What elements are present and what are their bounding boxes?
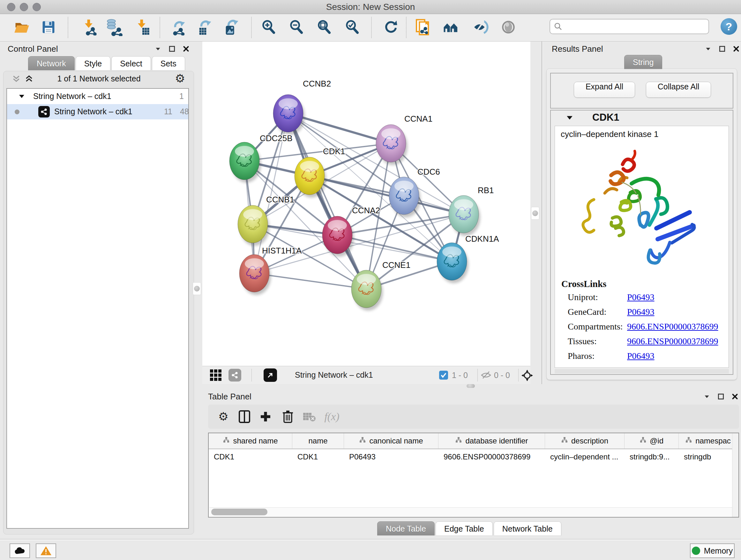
memory-button[interactable]: Memory <box>690 543 735 558</box>
panel-close-icon[interactable] <box>731 393 738 400</box>
edge-HIST1H1A-CCNE1[interactable] <box>254 273 366 289</box>
tab-edge-table[interactable]: Edge Table <box>435 521 493 536</box>
export-table-icon[interactable] <box>195 16 214 39</box>
crosslink-link[interactable]: 9606.ENSP00000378699 <box>627 336 718 347</box>
crosslink-link[interactable]: P06493 <box>627 307 655 317</box>
import-network-icon[interactable] <box>80 16 99 39</box>
tab-network-table[interactable]: Network Table <box>494 521 561 536</box>
crosslink-link[interactable]: P06493 <box>627 351 655 361</box>
network-overview-icon[interactable] <box>441 16 461 39</box>
crosslink-link[interactable]: P06493 <box>627 292 655 302</box>
panel-float-icon[interactable] <box>169 45 176 52</box>
create-column-icon[interactable] <box>257 408 274 426</box>
edge-CCNB2-CCNE1[interactable] <box>288 113 366 289</box>
tab-node-table[interactable]: Node Table <box>377 521 434 536</box>
entry-scrollbar-strip[interactable] <box>555 369 729 374</box>
panel-close-icon[interactable] <box>183 45 190 52</box>
table-cell[interactable]: cyclin–dependent ... <box>545 449 624 464</box>
expand-all-networks-icon[interactable] <box>24 74 34 85</box>
string-style-icon[interactable] <box>228 369 241 381</box>
panel-float-icon[interactable] <box>719 45 726 52</box>
left-splitter[interactable] <box>198 42 202 384</box>
table-options-gear-icon[interactable]: ⚙ <box>214 408 232 426</box>
panel-float-icon[interactable] <box>718 393 724 400</box>
birdseye-grid-icon[interactable] <box>210 369 221 381</box>
panel-close-icon[interactable] <box>733 45 740 52</box>
function-builder-icon[interactable]: f(x) <box>323 408 341 426</box>
fit-selected-crosshair-icon[interactable] <box>521 369 534 383</box>
column-header-database-identifier[interactable]: database identifier <box>439 433 545 449</box>
node-CCNE1[interactable]: CCNE1 <box>351 260 410 311</box>
zoom-in-icon[interactable] <box>259 16 278 39</box>
expand-all-button[interactable]: Expand All <box>574 82 635 98</box>
column-header-shared-name[interactable]: shared name <box>209 433 292 449</box>
node-CCNB2[interactable]: CCNB2 <box>273 79 331 135</box>
horizontal-splitter-handle[interactable] <box>467 384 475 388</box>
node-CDC25B[interactable]: CDC25B <box>229 133 293 183</box>
collection-expand-icon[interactable] <box>18 94 25 99</box>
refresh-view-icon[interactable] <box>381 16 401 39</box>
column-header-canonical-name[interactable]: canonical name <box>344 433 439 449</box>
right-splitter-handle[interactable] <box>531 207 539 220</box>
node-RB1[interactable]: RB1 <box>449 186 494 236</box>
table-cell[interactable]: CDK1 <box>209 449 292 464</box>
panel-menu-icon[interactable] <box>154 45 161 52</box>
graphics-detail-eye-icon[interactable] <box>499 16 518 39</box>
network-canvas[interactable]: CCNB2CCNA1CDC25BCDK1CDC6RB1CCNB1CCNA2CDK… <box>202 42 530 366</box>
zoom-selected-icon[interactable] <box>343 16 362 39</box>
table-cell[interactable]: stringdb:9... <box>624 449 679 464</box>
network-graph[interactable]: CCNB2CCNA1CDC25BCDK1CDC6RB1CCNB1CCNA2CDK… <box>202 42 530 366</box>
column-header-namespac[interactable]: namespac <box>679 433 738 449</box>
table-cell[interactable]: CDK1 <box>292 449 344 464</box>
hide-panel-eye-icon[interactable] <box>471 16 490 39</box>
search-field[interactable] <box>563 22 705 31</box>
delete-table-icon[interactable] <box>300 408 319 426</box>
network-options-gear-icon[interactable]: ⚙ <box>175 73 185 84</box>
save-session-icon[interactable] <box>39 16 58 39</box>
selected-nodes-checkbox[interactable] <box>439 371 448 380</box>
node-CCNB1[interactable]: CCNB1 <box>238 195 294 246</box>
scrollbar-thumb[interactable] <box>211 509 267 515</box>
delete-column-trash-icon[interactable] <box>279 408 297 426</box>
zoom-fit-icon[interactable] <box>315 16 334 39</box>
tab-string[interactable]: String <box>624 55 662 69</box>
left-splitter-handle[interactable] <box>193 282 201 295</box>
table-cell[interactable]: 9606.ENSP00000378699 <box>439 449 545 464</box>
tab-network[interactable]: Network <box>28 56 75 70</box>
node-table[interactable]: shared namenamecanonical namedatabase id… <box>208 433 739 517</box>
table-cell[interactable]: stringdb <box>679 449 738 464</box>
collapse-all-button[interactable]: Collapse All <box>646 82 711 98</box>
node-CCNA2[interactable]: CCNA2 <box>322 206 380 257</box>
table-vertical-scrollbar[interactable] <box>732 433 738 517</box>
entry-collapse-icon[interactable] <box>566 115 573 121</box>
panel-menu-icon[interactable] <box>703 393 711 400</box>
crosslink-link[interactable]: 9606.ENSP00000378699 <box>627 321 718 332</box>
column-header-description[interactable]: description <box>545 433 624 449</box>
import-database-icon[interactable] <box>104 16 123 39</box>
column-header--id[interactable]: @id <box>624 433 679 449</box>
table-cell[interactable]: P06493 <box>344 449 439 464</box>
search-input[interactable] <box>549 19 709 34</box>
table-horizontal-scrollbar[interactable] <box>209 507 733 516</box>
panel-menu-icon[interactable] <box>704 45 712 52</box>
node-HIST1H1A[interactable]: HIST1H1A <box>239 246 302 295</box>
import-table-icon[interactable] <box>133 16 152 39</box>
network-row[interactable]: String Network – cdk1 11 48 <box>7 104 188 119</box>
column-header-name[interactable]: name <box>292 433 344 449</box>
export-network-icon[interactable] <box>170 16 189 39</box>
table-row[interactable]: CDK1CDK1P064939606.ENSP00000378699cyclin… <box>209 449 738 464</box>
export-image-icon[interactable] <box>222 16 241 39</box>
collapse-all-networks-icon[interactable] <box>11 74 21 85</box>
zoom-out-icon[interactable] <box>287 16 306 39</box>
node-CCNA1[interactable]: CCNA1 <box>376 114 432 165</box>
show-columns-icon[interactable] <box>235 408 253 426</box>
help-button[interactable]: ? <box>721 18 737 35</box>
edge-CDK1-RB1[interactable] <box>310 176 464 214</box>
tab-style[interactable]: Style <box>76 56 111 70</box>
open-in-window-icon[interactable] <box>264 368 277 382</box>
open-session-icon[interactable] <box>12 16 31 39</box>
tab-sets[interactable]: Sets <box>152 56 185 70</box>
clone-network-icon[interactable] <box>414 16 433 39</box>
node-CDC6[interactable]: CDC6 <box>389 167 440 217</box>
network-collection-row[interactable]: String Network – cdk1 1 <box>7 89 188 104</box>
